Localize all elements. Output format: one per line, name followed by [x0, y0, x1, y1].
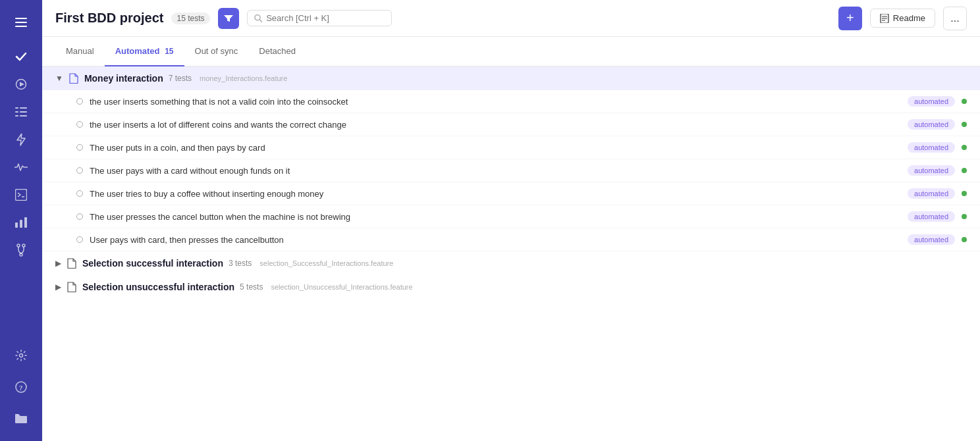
feature-meta-selection-unsuccessful: 5 tests	[240, 282, 263, 292]
folder-icon[interactable]	[8, 405, 34, 432]
feature-name-money: Money interaction	[84, 73, 163, 84]
feature-meta-selection-successful: 3 tests	[229, 259, 252, 268]
svg-point-21	[20, 354, 23, 357]
svg-point-16	[17, 244, 20, 247]
svg-text:?: ?	[19, 384, 23, 392]
test-circle	[76, 98, 83, 105]
automated-badge: automated	[908, 119, 955, 130]
tab-out-of-sync[interactable]: Out of sync	[184, 37, 249, 66]
fork-icon[interactable]	[8, 237, 34, 263]
svg-point-17	[22, 244, 25, 247]
svg-rect-1	[15, 22, 27, 23]
test-circle	[76, 144, 83, 151]
svg-rect-7	[15, 111, 18, 113]
feature-file-money: money_Interactions.feature	[200, 74, 287, 82]
test-row[interactable]: the user inserts something that is not a…	[42, 90, 980, 113]
svg-rect-2	[15, 26, 27, 27]
test-row[interactable]: The user tries to buy a coffee without i…	[42, 182, 980, 205]
automated-badge: automated	[908, 188, 955, 199]
filter-button[interactable]	[218, 8, 239, 29]
main-content: First BDD project 15 tests + Readme	[42, 0, 980, 441]
test-name: The user presses the cancel button when …	[90, 212, 901, 222]
list-icon[interactable]	[8, 99, 34, 125]
tab-detached[interactable]: Detached	[248, 37, 306, 66]
help-icon[interactable]: ?	[8, 374, 34, 400]
automated-badge: automated	[908, 96, 955, 107]
test-circle	[76, 190, 83, 197]
search-input[interactable]	[266, 13, 384, 23]
test-row[interactable]: The user pays with a card without enough…	[42, 159, 980, 182]
activity-icon[interactable]	[8, 154, 34, 180]
test-row[interactable]: The user puts in a coin, and then pays b…	[42, 136, 980, 159]
tab-automated[interactable]: Automated 15	[105, 37, 184, 66]
automated-badge: automated	[908, 142, 955, 153]
file-icon	[67, 258, 77, 269]
search-icon	[254, 14, 263, 23]
automated-badge: automated	[908, 165, 955, 176]
test-circle	[76, 121, 83, 128]
status-dot	[962, 214, 967, 219]
readme-label: Readme	[893, 13, 925, 23]
file-icon	[67, 282, 77, 292]
svg-rect-9	[15, 115, 18, 117]
page-title: First BDD project	[55, 11, 163, 26]
feature-header-money[interactable]: ▼ Money interaction 7 tests money_Intera…	[42, 66, 980, 90]
svg-rect-15	[24, 217, 27, 228]
test-row[interactable]: User pays with card, then presses the ca…	[42, 228, 980, 251]
feature-group-selection-successful: ▶ Selection successful interaction 3 tes…	[42, 251, 980, 275]
readme-icon	[880, 14, 889, 23]
tab-automated-label: Automated	[115, 46, 160, 56]
status-dot	[962, 99, 967, 104]
test-row[interactable]: the user inserts a lot of different coin…	[42, 113, 980, 136]
svg-line-25	[259, 19, 262, 22]
lightning-icon[interactable]	[8, 126, 34, 153]
add-button[interactable]: +	[838, 7, 862, 30]
chevron-down-icon[interactable]: ▼	[55, 74, 63, 83]
tabs-bar: Manual Automated 15 Out of sync Detached	[42, 37, 980, 66]
status-dot	[962, 122, 967, 127]
test-name: User pays with card, then presses the ca…	[90, 235, 901, 245]
settings-icon[interactable]	[8, 342, 34, 369]
svg-rect-6	[20, 107, 27, 109]
test-name: The user tries to buy a coffee without i…	[90, 189, 901, 199]
test-circle	[76, 213, 83, 220]
svg-rect-0	[15, 18, 27, 19]
readme-button[interactable]: Readme	[870, 9, 935, 28]
terminal-icon[interactable]	[8, 182, 34, 208]
automated-badge: automated	[908, 234, 955, 245]
test-name: the user inserts a lot of different coin…	[90, 120, 901, 130]
svg-rect-11	[16, 190, 27, 201]
svg-rect-13	[15, 222, 18, 228]
feature-group-money: ▼ Money interaction 7 tests money_Intera…	[42, 66, 980, 251]
feature-name-selection-unsuccessful: Selection unsuccessful interaction	[82, 282, 234, 292]
svg-marker-4	[20, 82, 24, 87]
test-name: The user puts in a coin, and then pays b…	[90, 143, 901, 153]
play-icon[interactable]	[8, 71, 34, 97]
svg-rect-10	[20, 115, 27, 117]
test-list-money: the user inserts something that is not a…	[42, 90, 980, 251]
test-row[interactable]: The user presses the cancel button when …	[42, 205, 980, 228]
svg-rect-5	[15, 107, 18, 109]
search-box	[247, 10, 392, 26]
chart-icon[interactable]	[8, 209, 34, 236]
feature-header-selection-successful[interactable]: ▶ Selection successful interaction 3 tes…	[42, 251, 980, 275]
test-count-badge: 15 tests	[171, 13, 209, 24]
status-dot	[962, 237, 967, 242]
svg-rect-14	[20, 220, 22, 228]
chevron-right-icon[interactable]: ▶	[55, 259, 61, 268]
check-icon[interactable]	[8, 43, 34, 70]
feature-name-selection-successful: Selection successful interaction	[82, 258, 223, 269]
svg-rect-8	[20, 111, 27, 113]
automated-badge: automated	[908, 211, 955, 222]
test-circle	[76, 167, 83, 174]
content-area: ▼ Money interaction 7 tests money_Intera…	[42, 66, 980, 441]
menu-icon[interactable]	[8, 9, 34, 36]
more-button[interactable]: ...	[943, 7, 967, 30]
tab-out-of-sync-label: Out of sync	[195, 46, 238, 56]
feature-meta-money: 7 tests	[169, 74, 192, 83]
chevron-right-icon[interactable]: ▶	[55, 282, 61, 292]
status-dot	[962, 145, 967, 150]
tab-manual[interactable]: Manual	[55, 37, 105, 66]
feature-group-selection-unsuccessful: ▶ Selection unsuccessful interaction 5 t…	[42, 275, 980, 299]
feature-header-selection-unsuccessful[interactable]: ▶ Selection unsuccessful interaction 5 t…	[42, 275, 980, 299]
